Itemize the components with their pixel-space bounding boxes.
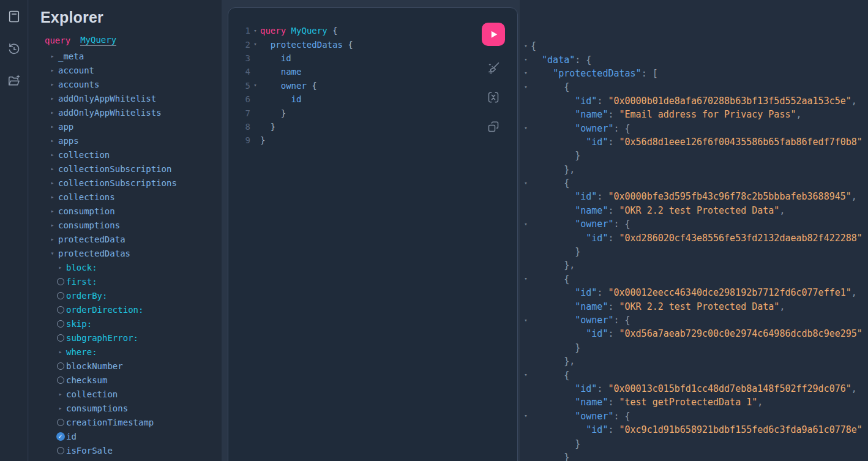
fold-arrow-icon[interactable]: ▾ — [521, 126, 531, 131]
query-editor-panel[interactable]: 1▾query MyQuery {2▾ protectedDatas {3 id… — [228, 7, 518, 461]
fold-arrow-icon[interactable]: ▾ — [250, 83, 260, 88]
item-marker[interactable]: ▸ — [48, 204, 57, 218]
editor-line[interactable]: 4 name — [236, 65, 471, 78]
explorer-item-_meta[interactable]: ▸_meta — [48, 49, 177, 63]
chevron-right-icon[interactable]: ▸ — [50, 96, 54, 102]
item-marker[interactable] — [56, 317, 65, 331]
fold-arrow-icon[interactable]: ▾ — [521, 372, 531, 378]
item-marker[interactable]: ▸ — [56, 387, 65, 401]
explorer-item-collections[interactable]: ▸collections — [48, 190, 177, 204]
item-marker[interactable]: ▸ — [48, 190, 57, 204]
item-marker[interactable] — [56, 274, 65, 288]
explorer-item-account[interactable]: ▸account — [48, 63, 177, 77]
explorer-item-where[interactable]: ▸where: — [56, 345, 177, 359]
item-marker[interactable] — [56, 443, 65, 457]
item-marker[interactable] — [56, 359, 65, 373]
fold-arrow-icon[interactable]: ▾ — [250, 28, 260, 34]
chevron-right-icon[interactable]: ▸ — [50, 67, 54, 73]
explorer-item-app[interactable]: ▸app — [48, 119, 177, 133]
field-checkbox-unchecked[interactable] — [57, 320, 64, 328]
explorer-item-consumptions[interactable]: ▸consumptions — [56, 401, 177, 415]
explorer-item-id[interactable]: ✓id — [56, 429, 177, 443]
explorer-item-apps[interactable]: ▸apps — [48, 133, 177, 148]
fold-arrow-icon[interactable]: ▾ — [521, 276, 531, 282]
field-checkbox-unchecked[interactable] — [57, 419, 64, 426]
merge-fragments-icon[interactable] — [486, 90, 501, 105]
field-checkbox-checked[interactable]: ✓ — [56, 432, 65, 441]
explorer-item-subgraphError[interactable]: subgraphError: — [56, 331, 177, 345]
explorer-item-blockNumber[interactable]: blockNumber — [56, 359, 177, 373]
fold-arrow-icon[interactable]: ▾ — [521, 84, 531, 90]
item-marker[interactable]: ▸ — [48, 49, 57, 63]
item-marker[interactable] — [56, 415, 65, 429]
fold-arrow-icon[interactable]: ▾ — [521, 43, 531, 49]
fold-arrow-icon[interactable]: ▾ — [521, 318, 531, 323]
item-marker[interactable]: ▸ — [48, 133, 57, 148]
editor-line[interactable]: 2▾ protectedDatas { — [236, 37, 471, 51]
item-marker[interactable]: ▸ — [48, 63, 57, 77]
item-marker[interactable]: ▸ — [48, 148, 57, 162]
item-marker[interactable] — [56, 302, 65, 317]
explorer-item-consumption[interactable]: ▸consumption — [48, 204, 177, 218]
item-marker[interactable]: ▸ — [48, 105, 57, 119]
chevron-right-icon[interactable]: ▸ — [50, 81, 54, 88]
explorer-item-collection[interactable]: ▸collection — [48, 148, 177, 162]
fold-arrow-icon[interactable]: ▾ — [521, 222, 531, 227]
explorer-item-orderDirection[interactable]: orderDirection: — [56, 302, 177, 317]
fold-arrow-icon[interactable]: ▾ — [521, 70, 531, 76]
item-marker[interactable]: ▸ — [56, 260, 65, 274]
chevron-right-icon[interactable]: ▸ — [50, 180, 54, 186]
editor-line[interactable]: 8 } — [236, 120, 471, 133]
field-checkbox-unchecked[interactable] — [57, 278, 64, 285]
operation-name-input[interactable]: MyQuery — [80, 35, 116, 46]
execute-query-button[interactable] — [482, 23, 505, 46]
item-marker[interactable]: ▸ — [48, 176, 57, 190]
item-marker[interactable]: ▸ — [56, 401, 65, 415]
explorer-item-collectionSubscriptions[interactable]: ▸collectionSubscriptions — [48, 176, 177, 190]
chevron-right-icon[interactable]: ▸ — [50, 110, 54, 116]
item-marker[interactable] — [56, 373, 65, 387]
field-checkbox-unchecked[interactable] — [57, 334, 64, 342]
editor-line[interactable]: 9} — [236, 133, 471, 147]
item-marker[interactable] — [56, 331, 65, 345]
chevron-right-icon[interactable]: ▸ — [50, 138, 54, 144]
editor-line[interactable]: 5▾ owner { — [236, 79, 471, 92]
chevron-right-icon[interactable]: ▸ — [50, 208, 54, 214]
editor-line[interactable]: 3 id — [236, 51, 471, 65]
chevron-right-icon[interactable]: ▸ — [58, 264, 62, 271]
chevron-right-icon[interactable]: ▸ — [50, 124, 54, 130]
explorer-item-isForSale[interactable]: isForSale — [56, 443, 177, 457]
query-editor[interactable]: 1▾query MyQuery {2▾ protectedDatas {3 id… — [236, 24, 471, 148]
fold-arrow-icon[interactable]: ▾ — [521, 181, 531, 186]
explorer-item-skip[interactable]: skip: — [56, 317, 177, 331]
chevron-right-icon[interactable]: ▸ — [50, 152, 54, 158]
editor-line[interactable]: 1▾query MyQuery { — [236, 24, 471, 37]
item-marker[interactable]: ▾ — [48, 246, 57, 260]
fold-arrow-icon[interactable]: ▾ — [521, 57, 531, 62]
field-checkbox-unchecked[interactable] — [57, 447, 64, 454]
explorer-item-consumptions[interactable]: ▸consumptions — [48, 218, 177, 232]
copy-icon[interactable] — [486, 119, 501, 134]
item-marker[interactable]: ▸ — [48, 91, 57, 105]
field-checkbox-unchecked[interactable] — [57, 377, 64, 384]
item-marker[interactable]: ▸ — [48, 162, 57, 176]
chevron-down-icon[interactable]: ▾ — [50, 250, 54, 257]
item-marker[interactable]: ▸ — [48, 119, 57, 133]
chevron-right-icon[interactable]: ▸ — [50, 166, 54, 172]
field-checkbox-unchecked[interactable] — [57, 306, 64, 313]
explorer-item-block[interactable]: ▸block: — [56, 260, 177, 274]
chevron-right-icon[interactable]: ▸ — [58, 349, 62, 355]
explorer-item-checksum[interactable]: checksum — [56, 373, 177, 387]
explorer-item-protectedData[interactable]: ▸protectedData — [48, 232, 177, 246]
explorer-item-collection[interactable]: ▸collection — [56, 387, 177, 401]
item-marker[interactable]: ▸ — [48, 77, 57, 91]
item-marker[interactable]: ▸ — [48, 232, 57, 246]
explorer-item-first[interactable]: first: — [56, 274, 177, 288]
chevron-right-icon[interactable]: ▸ — [58, 405, 62, 411]
item-marker[interactable]: ▸ — [48, 218, 57, 232]
editor-line[interactable]: 6 id — [236, 92, 471, 106]
item-marker[interactable] — [56, 288, 65, 302]
explorer-item-collectionSubscription[interactable]: ▸collectionSubscription — [48, 162, 177, 176]
history-icon[interactable] — [6, 41, 22, 57]
explorer-item-accounts[interactable]: ▸accounts — [48, 77, 177, 91]
